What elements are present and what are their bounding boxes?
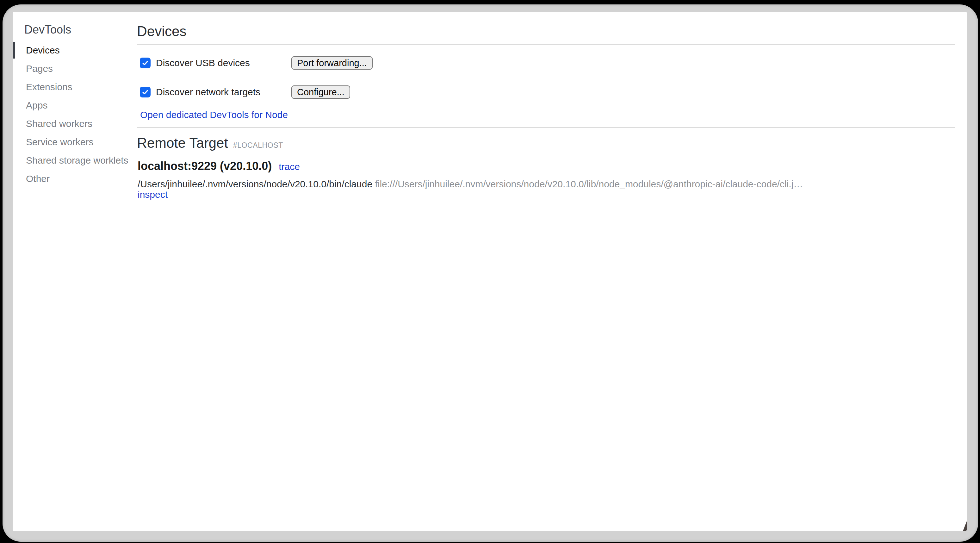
sidebar-item-label: Shared workers xyxy=(26,118,92,129)
sidebar-item-shared-workers[interactable]: Shared workers xyxy=(13,115,137,133)
trace-link[interactable]: trace xyxy=(279,161,300,172)
sidebar-title: DevTools xyxy=(24,23,137,37)
sidebar-item-shared-storage-worklets[interactable]: Shared storage worklets xyxy=(13,151,137,170)
target-command-path: /Users/jinhuilee/.nvm/versions/node/v20.… xyxy=(138,179,372,189)
target-name-row: localhost:9229 (v20.10.0)trace xyxy=(138,159,955,174)
discover-network-row: Discover network targets Configure... xyxy=(140,86,955,99)
divider xyxy=(137,127,955,128)
main-content: Devices Discover USB devices Port forwar… xyxy=(137,12,967,531)
remote-target-heading-row: Remote Target #LOCALHOST xyxy=(137,135,955,151)
sidebar-item-label: Devices xyxy=(26,45,60,56)
sidebar-nav: Devices Pages Extensions Apps Shared wor… xyxy=(13,41,137,188)
sidebar-item-service-workers[interactable]: Service workers xyxy=(13,133,137,151)
sidebar-item-label: Service workers xyxy=(26,137,93,148)
localhost-tag: #LOCALHOST xyxy=(233,141,283,150)
resize-cursor-artifact xyxy=(963,521,967,531)
sidebar-item-label: Other xyxy=(26,174,50,184)
node-devtools-link-row: Open dedicated DevTools for Node xyxy=(140,109,955,121)
sidebar-item-extensions[interactable]: Extensions xyxy=(13,78,137,96)
divider xyxy=(137,44,955,45)
checkmark-icon xyxy=(142,88,149,96)
inspect-row: inspect xyxy=(138,189,955,200)
sidebar-item-label: Shared storage worklets xyxy=(26,155,129,166)
discover-usb-row: Discover USB devices Port forwarding... xyxy=(140,56,955,70)
page-title: Devices xyxy=(137,23,955,40)
discover-usb-checkbox[interactable] xyxy=(140,57,151,68)
target-details: /Users/jinhuilee/.nvm/versions/node/v20.… xyxy=(138,179,955,200)
target-path-line: /Users/jinhuilee/.nvm/versions/node/v20.… xyxy=(138,179,955,189)
target-script-url: file:///Users/jinhuilee/.nvm/versions/no… xyxy=(375,179,803,189)
sidebar-item-other[interactable]: Other xyxy=(13,170,137,188)
configure-button[interactable]: Configure... xyxy=(291,86,350,99)
discover-usb-label: Discover USB devices xyxy=(156,57,291,68)
target-name: localhost:9229 (v20.10.0) xyxy=(138,159,272,172)
sidebar-item-pages[interactable]: Pages xyxy=(13,59,137,78)
inspect-link[interactable]: inspect xyxy=(138,189,168,200)
open-node-devtools-link[interactable]: Open dedicated DevTools for Node xyxy=(140,110,288,120)
port-forwarding-button[interactable]: Port forwarding... xyxy=(291,56,373,70)
sidebar-item-apps[interactable]: Apps xyxy=(13,96,137,115)
desktop-background: DevTools Devices Pages Extensions Apps xyxy=(0,0,980,543)
selected-item-indicator xyxy=(13,42,15,59)
checkmark-icon xyxy=(142,59,149,67)
sidebar-item-label: Pages xyxy=(26,63,53,74)
window-frame: DevTools Devices Pages Extensions Apps xyxy=(3,5,978,542)
sidebar: DevTools Devices Pages Extensions Apps xyxy=(13,12,137,531)
sidebar-item-label: Extensions xyxy=(26,82,72,92)
devtools-inspect-window: DevTools Devices Pages Extensions Apps xyxy=(13,12,967,531)
discover-network-checkbox[interactable] xyxy=(140,87,151,97)
discover-network-label: Discover network targets xyxy=(156,87,291,97)
remote-target-title: Remote Target xyxy=(137,135,228,151)
sidebar-item-label: Apps xyxy=(26,100,48,111)
sidebar-item-devices[interactable]: Devices xyxy=(13,41,137,59)
